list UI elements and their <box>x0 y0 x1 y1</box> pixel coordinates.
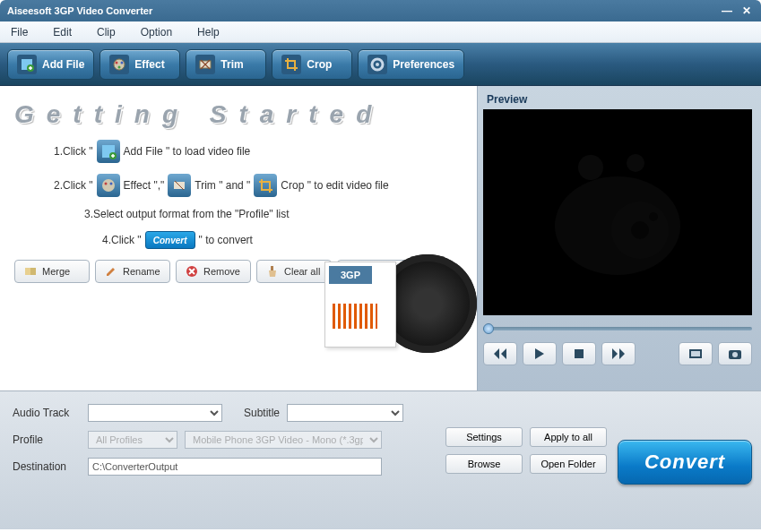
svg-rect-28 <box>691 351 700 356</box>
rename-button[interactable]: Rename <box>95 260 170 283</box>
preview-placeholder-icon <box>537 141 698 284</box>
add-file-icon <box>17 55 37 74</box>
svg-rect-26 <box>575 349 584 358</box>
profile-select[interactable]: Mobile Phone 3GP Video - Mono (*.3gp) <box>185 431 382 449</box>
bottom-bar: Audio Track Subtitle Profile All Profile… <box>0 390 761 529</box>
preferences-icon <box>368 55 387 74</box>
step-2: 2.Click " Effect "," Trim " and " Crop "… <box>54 174 468 197</box>
minimize-button[interactable]: — <box>720 4 734 17</box>
svg-point-20 <box>578 155 603 180</box>
convert-mini-icon: Convert <box>145 231 195 249</box>
rename-icon <box>105 265 117 278</box>
next-button[interactable] <box>601 342 636 365</box>
preview-controls <box>483 342 752 365</box>
crop-icon <box>281 55 301 74</box>
svg-point-3 <box>116 61 118 64</box>
effect-icon <box>109 55 129 74</box>
audio-track-label: Audio Track <box>13 404 81 422</box>
menu-option[interactable]: Option <box>141 26 172 39</box>
decorative-reel-image: 3GP <box>324 254 477 353</box>
svg-point-12 <box>104 183 107 185</box>
svg-point-13 <box>109 183 112 185</box>
prev-button[interactable] <box>483 342 517 365</box>
main-panel: Getting Started 1.Click " Add File " to … <box>0 86 477 390</box>
settings-form: Audio Track Subtitle Profile All Profile… <box>13 404 435 520</box>
menu-edit[interactable]: Edit <box>53 26 72 39</box>
preview-label: Preview <box>487 93 752 106</box>
crop-label: Crop <box>307 58 332 71</box>
svg-point-5 <box>118 65 121 68</box>
audio-track-select[interactable] <box>88 404 222 422</box>
crop-button[interactable]: Crop <box>272 49 352 80</box>
trim-icon <box>168 174 191 197</box>
toolbar: Add File Effect Trim Crop Preferences <box>0 43 761 86</box>
preferences-label: Preferences <box>393 58 454 71</box>
effect-button[interactable]: Effect <box>99 49 180 80</box>
add-file-icon <box>97 140 120 163</box>
destination-input[interactable] <box>88 458 382 476</box>
convert-button[interactable]: Convert <box>618 440 752 485</box>
settings-button[interactable]: Settings <box>445 427 523 447</box>
crop-icon <box>254 174 277 197</box>
merge-icon <box>24 265 37 278</box>
preferences-button[interactable]: Preferences <box>358 49 464 80</box>
preview-seek-slider[interactable] <box>483 321 752 337</box>
title-bar: Aiseesoft 3GP Video Converter — ✕ <box>0 0 761 21</box>
browse-button[interactable]: Browse <box>445 454 523 474</box>
step-4: 4.Click " Convert " to convert <box>102 231 468 249</box>
app-title: Aiseesoft 3GP Video Converter <box>7 5 152 16</box>
remove-button[interactable]: Remove <box>176 260 251 283</box>
svg-rect-15 <box>25 268 30 275</box>
getting-started-steps: 1.Click " Add File " to load video file … <box>13 140 468 249</box>
clear-all-icon <box>266 265 279 278</box>
merge-button[interactable]: Merge <box>14 260 90 283</box>
svg-point-4 <box>121 61 124 64</box>
svg-point-24 <box>631 221 649 239</box>
subtitle-label: Subtitle <box>244 407 280 419</box>
open-folder-button[interactable]: Open Folder <box>530 454 607 474</box>
profile-group-select[interactable]: All Profiles <box>88 431 177 449</box>
effect-label: Effect <box>134 58 164 71</box>
apply-to-all-button[interactable]: Apply to all <box>530 427 607 447</box>
preview-panel: Preview <box>477 86 761 390</box>
preview-viewport <box>483 109 752 315</box>
play-button[interactable] <box>523 342 557 365</box>
svg-point-25 <box>649 212 658 221</box>
snapshot-button[interactable] <box>718 342 752 365</box>
menu-clip[interactable]: Clip <box>97 26 116 39</box>
trim-icon <box>195 55 215 74</box>
destination-label: Destination <box>13 458 81 476</box>
menu-file[interactable]: File <box>11 26 28 39</box>
effect-icon <box>97 174 120 197</box>
add-file-button[interactable]: Add File <box>7 49 94 80</box>
step-3: 3.Select output format from the "Profile… <box>84 208 468 220</box>
trim-label: Trim <box>221 58 243 71</box>
menu-help[interactable]: Help <box>197 26 220 39</box>
add-file-label: Add File <box>42 58 84 71</box>
close-button[interactable]: ✕ <box>739 4 754 17</box>
format-badge: 3GP <box>329 266 372 284</box>
menu-bar: File Edit Clip Option Help <box>0 21 761 43</box>
svg-rect-16 <box>30 268 36 275</box>
clear-all-button[interactable]: Clear all <box>256 260 332 283</box>
svg-point-8 <box>376 63 379 66</box>
getting-started-heading: Getting Started <box>14 100 468 129</box>
settings-buttons: Settings Apply to all Browse Open Folder <box>445 404 607 520</box>
step-1: 1.Click " Add File " to load video file <box>54 140 468 163</box>
svg-point-21 <box>627 154 644 172</box>
svg-rect-18 <box>271 266 273 270</box>
svg-point-11 <box>102 179 115 192</box>
profile-label: Profile <box>13 431 81 449</box>
remove-icon <box>186 265 198 278</box>
svg-point-30 <box>732 352 738 357</box>
fullscreen-button[interactable] <box>679 342 713 365</box>
stop-button[interactable] <box>562 342 596 365</box>
subtitle-select[interactable] <box>287 404 403 422</box>
trim-button[interactable]: Trim <box>186 49 266 80</box>
